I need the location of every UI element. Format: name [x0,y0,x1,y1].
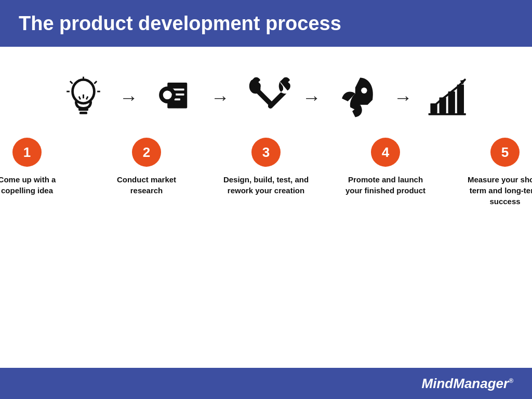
svg-point-0 [72,79,94,103]
step-4-icon-wrap [326,73,389,122]
tools-icon [242,73,291,122]
step-2-icon-wrap [143,73,206,122]
svg-line-8 [94,81,97,84]
step-1-container: 1 Come up with a copelling idea [0,138,71,196]
labels-row: 1 Come up with a copelling idea 2 Conduc… [16,138,516,207]
arrow-2: → [211,87,230,109]
svg-line-5 [86,97,88,100]
lightbulb-icon [59,73,108,122]
step-2-badge: 2 [132,138,161,167]
step-5-badge: 5 [490,138,520,167]
svg-point-20 [163,91,171,99]
rocket-icon [333,73,382,122]
step-1-badge: 1 [12,138,42,167]
step-4-container: 4 Promote and launch your finished produ… [341,138,430,196]
arrow-4: → [394,87,413,109]
svg-rect-1 [78,108,88,111]
step-3-label: Design, build, test, and rework your cre… [222,174,310,196]
page-title: The product development process [19,12,341,35]
main-content: → → [0,47,532,222]
header: The product development process [0,0,532,47]
svg-line-7 [70,81,72,84]
research-icon [150,73,200,122]
chart-icon [424,73,474,122]
step-4-badge: 4 [371,138,400,167]
svg-rect-26 [457,85,463,113]
icons-row: → → [52,73,480,122]
arrow-3: → [302,87,321,109]
arrow-1: → [119,87,138,109]
step-3-badge: 3 [251,138,281,167]
svg-line-4 [78,97,80,100]
svg-rect-2 [79,112,87,114]
step-1-icon-wrap [52,73,114,122]
step-2-container: 2 Conduct market research [102,138,191,196]
step-3-icon-wrap [235,73,297,122]
footer: MindManager® [0,368,532,399]
svg-point-22 [361,88,367,94]
brand-name: MindManager® [422,376,513,392]
step-1-label: Come up with a copelling idea [0,174,71,196]
step-3-container: 3 Design, build, test, and rework your c… [222,138,310,196]
step-2-label: Conduct market research [102,174,191,196]
step-5-icon-wrap [418,73,480,122]
step-5-container: 5 Measure your short-term and long-term … [461,138,532,207]
svg-rect-27 [428,113,466,115]
step-5-label: Measure your short-term and long-term su… [461,174,532,207]
step-4-label: Promote and launch your finished product [341,174,430,196]
